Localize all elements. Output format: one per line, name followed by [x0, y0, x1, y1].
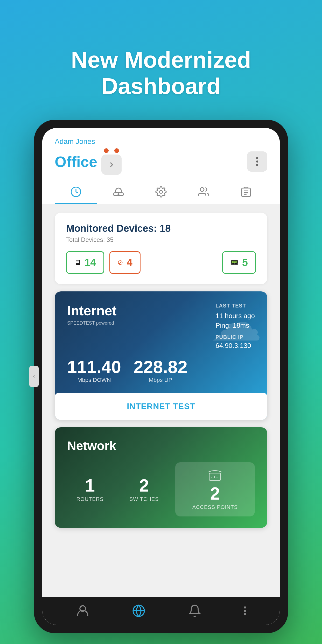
more-dot-3: [256, 164, 258, 166]
switches-count: 2: [121, 477, 167, 494]
tab-settings[interactable]: [140, 180, 182, 204]
office-row: Office: [55, 148, 122, 175]
svg-rect-5: [242, 188, 250, 197]
stat-alert-num: 4: [127, 257, 132, 268]
internet-title-block: Internet SPEEDTEST powered: [67, 303, 117, 326]
devices-card: Monitored Devices: 18 Total Devices: 35 …: [55, 213, 267, 284]
main-content: Monitored Devices: 18 Total Devices: 35 …: [42, 204, 280, 597]
speed-down-block: 111.40 Mbps DOWN: [67, 358, 121, 383]
profile-icon: [76, 604, 89, 618]
speed-up-num: 228.82: [134, 358, 187, 376]
gear-icon: [155, 186, 167, 198]
ap-count: 2: [210, 485, 220, 502]
router-small-icon: 🖥: [74, 258, 81, 267]
ap-count-block: 2: [210, 485, 220, 502]
alert-icon: ⊘: [117, 258, 123, 267]
tab-bar: [42, 180, 280, 204]
tab-users[interactable]: [182, 180, 225, 204]
user-name: Adam Jones: [55, 137, 267, 146]
ap-network-icon: [207, 468, 223, 482]
nav-dot-1: [104, 148, 109, 153]
internet-card: ☁ Internet SPEEDTEST powered LAST TEST 1…: [55, 291, 267, 420]
network-title: Network: [67, 439, 255, 453]
speed-up-block: 228.82 Mbps UP: [134, 358, 187, 383]
more-dot-1: [256, 157, 258, 159]
svg-point-3: [160, 191, 163, 193]
stat-new-num: 5: [242, 257, 248, 268]
stat-online-num: 14: [85, 257, 96, 268]
more-dot-c: [244, 613, 246, 615]
more-dot-2: [256, 160, 258, 163]
speed-down-label: Mbps DOWN: [67, 377, 121, 383]
switches-stat: 2 SWITCHES: [121, 477, 167, 502]
tab-dashboard[interactable]: [55, 180, 97, 204]
speed-down-num: 111.40: [67, 358, 121, 376]
network-card: Network 1 ROUTERS 2 SWITCHES: [55, 427, 267, 528]
dots-row: [104, 148, 119, 153]
internet-title: Internet: [67, 303, 117, 318]
more-dot-b: [244, 610, 246, 612]
routers-label: ROUTERS: [67, 496, 113, 502]
internet-speeds: 111.40 Mbps DOWN 228.82 Mbps UP: [67, 358, 255, 383]
globe-icon: [132, 604, 145, 618]
clipboard-icon: [240, 186, 252, 198]
clock-icon: [70, 186, 82, 198]
hero-title: New Modernized Dashboard: [71, 47, 251, 99]
stat-online: 🖥 14: [66, 251, 104, 274]
chevron-right-icon: [107, 160, 116, 169]
speed-up-label: Mbps UP: [134, 377, 187, 383]
internet-test-button[interactable]: INTERNET TEST: [55, 393, 267, 420]
chip-icon: 📟: [230, 258, 239, 267]
bottom-nav-network[interactable]: [132, 604, 145, 618]
stat-new: 📟 5: [222, 251, 256, 274]
router-icon: [113, 186, 124, 198]
tab-devices[interactable]: [97, 180, 140, 204]
bottom-nav-profile[interactable]: [76, 604, 89, 618]
switches-label: SWITCHES: [121, 496, 167, 502]
tab-reports[interactable]: [225, 180, 267, 204]
cloud-bg-icon: ☁: [210, 297, 262, 348]
access-points-stat: 2 ACCESS POINTS: [175, 462, 255, 516]
svg-rect-9: [209, 473, 221, 480]
devices-title: Monitored Devices: 18: [66, 223, 256, 234]
more-button[interactable]: [247, 151, 267, 172]
nav-arrow-button[interactable]: [101, 155, 122, 175]
bottom-nav-more[interactable]: [244, 606, 246, 615]
nav-dot-2: [114, 148, 119, 153]
routers-count: 1: [67, 477, 113, 494]
nav-dots-container: [101, 148, 122, 175]
users-icon: [198, 186, 209, 198]
bottom-nav-alerts[interactable]: [188, 604, 201, 618]
more-dot-a: [244, 606, 246, 608]
app-header: Adam Jones Office: [42, 128, 280, 180]
network-stats: 1 ROUTERS 2 SWITCHES: [67, 462, 255, 516]
svg-point-2: [118, 194, 119, 195]
stat-alert: ⊘ 4: [109, 251, 141, 274]
bell-icon: [188, 604, 201, 618]
phone-screen: Adam Jones Office: [42, 128, 280, 625]
speedtest-logo: SPEEDTEST powered: [67, 320, 117, 326]
routers-stat: 1 ROUTERS: [67, 477, 113, 502]
office-label: Office: [55, 153, 97, 170]
svg-point-4: [200, 188, 204, 192]
devices-stats: 🖥 14 ⊘ 4 📟 5: [66, 251, 256, 274]
bottom-navigation: [42, 597, 280, 625]
phone-device: Adam Jones Office: [34, 120, 288, 633]
ap-label: ACCESS POINTS: [192, 504, 238, 510]
devices-subtitle: Total Devices: 35: [66, 236, 256, 243]
hero-section: New Modernized Dashboard: [71, 0, 251, 99]
